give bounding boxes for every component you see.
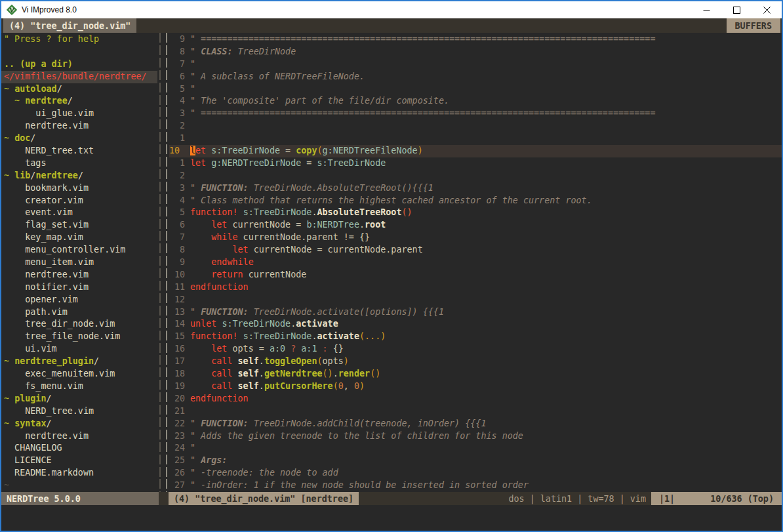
code-line[interactable]: 10let s:TreeDirNode = copy(g:NERDTreeFil…: [169, 145, 782, 157]
code-line[interactable]: 4" The 'composite' part of the file/dir …: [169, 95, 782, 108]
tree-item[interactable]: menu_item.vim: [1, 256, 157, 269]
editor-panel[interactable]: 9" =====================================…: [169, 33, 782, 492]
tree-segment: ui.vim: [4, 344, 57, 354]
tree-item[interactable]: creator.vim: [1, 195, 157, 207]
tree-item[interactable]: ui_glue.vim: [1, 108, 157, 120]
code-line[interactable]: 18 call self.getNerdtree().render(): [169, 368, 782, 380]
code-line[interactable]: 24": [169, 442, 782, 455]
line-number: 3: [169, 182, 190, 195]
code-line[interactable]: 2: [169, 170, 782, 182]
tree-item[interactable]: ~ plugin/: [1, 393, 157, 405]
tree-item[interactable]: key_map.vim: [1, 232, 157, 244]
tree-item[interactable]: tags: [1, 157, 157, 170]
tree-item[interactable]: nerdtree.vim: [1, 430, 157, 443]
code-line[interactable]: 1let g:NERDTreeDirNode = s:TreeDirNode: [169, 157, 782, 170]
code-segment: " The 'composite' part of the file/dir c…: [190, 96, 449, 106]
tree-item[interactable]: NERD_tree.vim: [1, 405, 157, 418]
code-line[interactable]: 8 let currentNode = currentNode.parent: [169, 244, 782, 256]
code-segment: [233, 369, 238, 379]
tree-item[interactable]: </vimfiles/bundle/nerdtree/: [1, 71, 157, 83]
code-line[interactable]: 12: [169, 294, 782, 306]
code-text: " Adds the given treenode to the list of…: [190, 430, 523, 443]
code-line[interactable]: 7": [169, 58, 782, 71]
code-line[interactable]: 15function! s:TreeDirNode.activate(...): [169, 331, 782, 343]
tree-item[interactable]: ~ lib/nerdtree/: [1, 170, 157, 182]
code-text: let s:TreeDirNode = copy(g:NERDTreeFileN…: [190, 145, 423, 157]
minimize-button[interactable]: [691, 1, 721, 18]
tree-item[interactable]: " Press ? for help: [1, 33, 157, 46]
tree-item[interactable]: nerdtree.vim: [1, 269, 157, 281]
close-button[interactable]: [752, 1, 782, 18]
window-split-separator[interactable]: [157, 33, 169, 492]
maximize-button[interactable]: [721, 1, 752, 18]
tree-item[interactable]: ~ nerdtree_plugin/: [1, 356, 157, 368]
code-segment: s:TreeDirNode: [222, 319, 291, 329]
tree-item[interactable]: LICENCE: [1, 455, 157, 467]
code-line[interactable]: 26" -treenode: the node to add: [169, 467, 782, 480]
code-segment: 0: [338, 381, 344, 391]
code-segment: render: [338, 369, 370, 379]
code-line[interactable]: 25" Args:: [169, 455, 782, 467]
tree-item[interactable]: fs_menu.vim: [1, 380, 157, 393]
tree-item[interactable]: event.vim: [1, 207, 157, 219]
tree-item[interactable]: ~ syntax/: [1, 418, 157, 430]
code-segment: call: [211, 381, 232, 391]
command-line[interactable]: [1, 505, 782, 531]
code-line[interactable]: 10 return currentNode: [169, 269, 782, 281]
tree-item[interactable]: exec_menuitem.vim: [1, 368, 157, 380]
tree-item[interactable]: NERD_tree.txt: [1, 145, 157, 157]
code-line[interactable]: 20endfunction: [169, 393, 782, 405]
code-line[interactable]: 3" =====================================…: [169, 108, 782, 120]
code-line[interactable]: 19 call self.putCursorHere(0, 0): [169, 380, 782, 393]
code-segment: .: [311, 331, 317, 341]
code-line[interactable]: 7 while currentNode.parent != {}: [169, 232, 782, 244]
code-line[interactable]: 27" -inOrder: 1 if the new node should b…: [169, 480, 782, 492]
code-line[interactable]: 6" A subclass of NERDTreeFileNode.: [169, 71, 782, 83]
tree-item[interactable]: nerdtree.vim: [1, 120, 157, 133]
code-line[interactable]: 8" CLASS: TreeDirNode: [169, 46, 782, 58]
nerdtree-panel[interactable]: " Press ? for help.. (up a dir)</vimfile…: [1, 33, 157, 492]
tree-item[interactable]: ~ doc/: [1, 133, 157, 145]
code-line[interactable]: 5function! s:TreeDirNode.AbsoluteTreeRoo…: [169, 207, 782, 219]
code-line[interactable]: 21: [169, 405, 782, 418]
code-line[interactable]: 9 endwhile: [169, 256, 782, 269]
tree-item[interactable]: CHANGELOG: [1, 442, 157, 455]
tree-item[interactable]: tree_dir_node.vim: [1, 318, 157, 331]
code-line[interactable]: 14unlet s:TreeDirNode.activate: [169, 318, 782, 331]
tree-item[interactable]: bookmark.vim: [1, 182, 157, 195]
tree-item[interactable]: ~: [1, 480, 157, 492]
code-line[interactable]: 9" =====================================…: [169, 33, 782, 46]
tree-item[interactable]: ~ nerdtree/: [1, 95, 157, 108]
tree-item[interactable]: path.vim: [1, 306, 157, 319]
code-line[interactable]: 22" FUNCTION: TreeDirNode.addChild(treen…: [169, 418, 782, 430]
code-segment: .: [333, 369, 338, 379]
code-line[interactable]: 16 let opts = a:0 ? a:1 : {}: [169, 343, 782, 356]
tree-item[interactable]: [1, 46, 157, 58]
tree-item[interactable]: ~ autoload/: [1, 83, 157, 96]
code-line[interactable]: 23" Adds the given treenode to the list …: [169, 430, 782, 443]
code-line[interactable]: 6 let currentNode = b:NERDTree.root: [169, 219, 782, 232]
file-options-status: dos | latin1 | tw=78 | vim: [359, 492, 651, 505]
tree-item[interactable]: opener.vim: [1, 294, 157, 306]
code-line[interactable]: 2: [169, 120, 782, 133]
tree-item[interactable]: README.markdown: [1, 467, 157, 480]
code-segment: [190, 369, 211, 379]
code-line[interactable]: 5": [169, 83, 782, 96]
tree-item[interactable]: ui.vim: [1, 343, 157, 356]
tree-item[interactable]: flag_set.vim: [1, 219, 157, 232]
code-segment: s:TreeDirNode: [243, 207, 312, 217]
tree-item[interactable]: notifier.vim: [1, 281, 157, 294]
line-number: 3: [169, 108, 190, 120]
code-line[interactable]: 17 call self.toggleOpen(opts): [169, 356, 782, 368]
code-line[interactable]: 3" FUNCTION: TreeDirNode.AbsoluteTreeRoo…: [169, 182, 782, 195]
code-segment: return: [211, 270, 243, 279]
tree-item[interactable]: menu_controller.vim: [1, 244, 157, 256]
buffers-label[interactable]: BUFFERS: [727, 18, 780, 33]
tree-item[interactable]: .. (up a dir): [1, 58, 157, 71]
code-line[interactable]: 1: [169, 133, 782, 145]
code-line[interactable]: 13" FUNCTION: TreeDirNode.activate([opti…: [169, 306, 782, 319]
code-line[interactable]: 11endfunction: [169, 281, 782, 294]
tree-item[interactable]: tree_file_node.vim: [1, 331, 157, 343]
tab-tree-dir-node[interactable]: (4) "tree_dir_node.vim": [3, 18, 136, 33]
code-line[interactable]: 4" Class method that returns the highest…: [169, 195, 782, 207]
